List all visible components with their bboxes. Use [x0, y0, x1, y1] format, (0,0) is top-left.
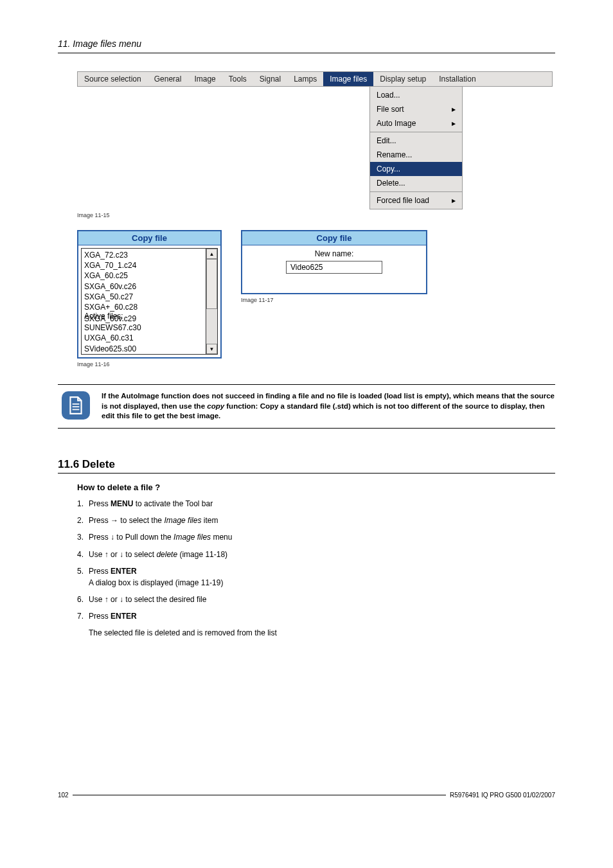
menu-installation[interactable]: Installation — [432, 72, 482, 86]
list-item[interactable]: XGA_60.c25 — [84, 270, 203, 281]
section-heading: 11.6 Delete — [58, 458, 555, 471]
step: Press ENTER — [77, 611, 555, 622]
image-caption-11-15: Image 11-15 — [77, 212, 555, 218]
list-item[interactable]: XGA_70_1.c24 — [84, 260, 203, 270]
scroll-track[interactable] — [206, 259, 217, 344]
dropdown-forced-file-load[interactable]: Forced file load ▶ — [370, 193, 462, 208]
scroll-thumb[interactable] — [206, 259, 217, 309]
footer-rule — [73, 795, 446, 795]
step: Use ↑ or ↓ to select the desired file — [77, 594, 555, 605]
dropdown-auto-image[interactable]: Auto Image ▶ — [370, 116, 462, 130]
subheading: How to delete a file ? — [77, 483, 555, 492]
list-item[interactable]: SXGA_60v.c26 — [84, 281, 203, 292]
copy-file-list-dialog: Copy file XGA_72.c23 XGA_70_1.c24 XGA_60… — [77, 230, 222, 359]
chevron-right-icon: ▶ — [452, 107, 456, 112]
image-caption-11-17: Image 11-17 — [241, 297, 427, 303]
steps-list: Press MENU to activate the Tool bar Pres… — [77, 499, 555, 623]
dropdown-delete[interactable]: Delete... — [370, 176, 462, 190]
list-item[interactable]: XGA_72.c23 — [84, 250, 203, 260]
dropdown-file-sort[interactable]: File sort ▶ — [370, 102, 462, 116]
step: Use ↑ or ↓ to select delete (image 11-18… — [77, 549, 555, 560]
dropdown-label: File sort — [377, 105, 404, 114]
menu-general[interactable]: General — [148, 72, 188, 86]
chapter-rule — [58, 53, 555, 53]
dropdown-label: Rename... — [377, 150, 412, 159]
image-files-dropdown: Load... File sort ▶ Auto Image ▶ Edit...… — [369, 87, 463, 209]
dropdown-label: Load... — [377, 91, 400, 100]
dropdown-label: Edit... — [377, 136, 396, 145]
list-item[interactable]: SVideo625.s00 — [84, 344, 203, 354]
dropdown-edit[interactable]: Edit... — [370, 134, 462, 148]
file-listbox[interactable]: XGA_72.c23 XGA_70_1.c24 XGA_60.c25 SXGA_… — [81, 248, 206, 355]
dropdown-label: Delete... — [377, 179, 405, 188]
dialog-title: Copy file — [242, 231, 426, 245]
dropdown-load[interactable]: Load... — [370, 88, 462, 102]
copy-file-newname-dialog: Copy file New name: Video625 — [241, 230, 427, 294]
menubar: Source selection General Image Tools Sig… — [77, 71, 553, 87]
scroll-down-icon[interactable]: ▼ — [206, 344, 217, 354]
step: Press MENU to activate the Tool bar — [77, 499, 555, 509]
image-caption-11-16: Image 11-16 — [77, 361, 222, 368]
dropdown-label: Forced file load — [377, 196, 429, 205]
page-number: 102 — [58, 792, 69, 799]
dropdown-label: Auto Image — [377, 119, 416, 128]
step-result: The selected file is deleted and is remo… — [89, 628, 555, 637]
section-rule — [58, 473, 555, 474]
step: Press → to select the Image files item — [77, 515, 555, 526]
menu-image[interactable]: Image — [188, 72, 222, 86]
dropdown-copy[interactable]: Copy... — [370, 162, 462, 176]
doc-id: R5976491 IQ PRO G500 01/02/2007 — [450, 792, 555, 799]
step: Press ↓ to Pull down the Image files men… — [77, 532, 555, 543]
note-box: If the AutoImage function does not succe… — [58, 384, 555, 429]
menu-source-selection[interactable]: Source selection — [78, 72, 148, 86]
list-item[interactable]: SUNEWS67.c30 — [84, 323, 203, 333]
note-text: If the AutoImage function does not succe… — [102, 391, 555, 421]
step: Press ENTERA dialog box is displayed (im… — [77, 566, 555, 589]
newname-input[interactable]: Video625 — [286, 261, 382, 274]
newname-label: New name: — [242, 249, 426, 258]
menu-signal[interactable]: Signal — [253, 72, 287, 86]
dialog-title: Copy file — [78, 231, 220, 245]
menu-display-setup[interactable]: Display setup — [373, 72, 432, 86]
menu-lamps[interactable]: Lamps — [287, 72, 323, 86]
scroll-up-icon[interactable]: ▲ — [206, 249, 217, 259]
list-item[interactable]: SXGA_50.c27 — [84, 292, 203, 302]
scrollbar[interactable]: ▲ ▼ — [206, 248, 218, 355]
page-footer: 102 R5976491 IQ PRO G500 01/02/2007 — [58, 792, 555, 799]
menubar-screenshot: Source selection General Image Tools Sig… — [77, 71, 555, 209]
list-item[interactable]: SXGA_60v.c29 — [84, 314, 136, 324]
chevron-right-icon: ▶ — [452, 198, 456, 204]
chapter-title: 11. Image files menu — [58, 39, 555, 49]
document-icon — [62, 391, 90, 420]
menu-tools[interactable]: Tools — [222, 72, 253, 86]
dropdown-rename[interactable]: Rename... — [370, 148, 462, 162]
menu-image-files[interactable]: Image files — [323, 72, 373, 86]
list-item[interactable]: UXGA_60.c31 — [84, 333, 203, 343]
dropdown-label: Copy... — [377, 164, 400, 173]
chevron-right-icon: ▶ — [452, 121, 456, 127]
